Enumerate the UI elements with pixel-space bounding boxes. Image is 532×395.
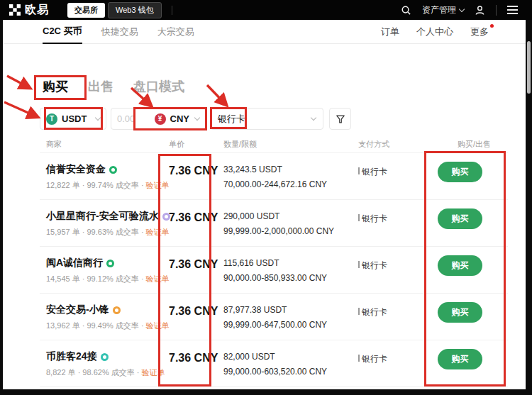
filter-bar: T USDT ¥ CNY 银行卡 [40, 108, 351, 130]
menu-icon[interactable] [507, 6, 518, 14]
buy-button[interactable]: 购买 [438, 162, 482, 182]
merchant-badge-icon [106, 260, 114, 267]
asset-management-label: 资产管理 [422, 4, 456, 16]
offer-limit: 99,000.00-603,520.00 CNY [223, 365, 351, 379]
cny-icon: ¥ [155, 113, 166, 125]
more-link[interactable]: 更多 [470, 26, 489, 38]
merchant-name-text: 安全交易-小锋 [46, 304, 109, 316]
usdt-icon: T [46, 113, 57, 125]
col-header-price: 单价 [158, 139, 223, 152]
merchant-name[interactable]: 小星星商行-安全可验流水 [46, 210, 158, 223]
offer-quantity: 33,243.5 USDT [223, 162, 351, 177]
merchant-name-text: 闽A诚信商行 [46, 257, 103, 269]
offers-table: 商家 单价 数量/限额 支付方式 购买/出售 信誉安全资金 12,822 单 ·… [40, 139, 508, 387]
offer-quantity: 290,000 USDT [223, 209, 351, 224]
merchant-name[interactable]: 信誉安全资金 [46, 163, 158, 176]
offer-price: 7.36 CNY [158, 294, 223, 340]
trade-mode-tabs: 购买 出售 盘口模式 [43, 78, 184, 95]
payment-method-cell: 银行卡 [351, 200, 426, 246]
merchant-badge-icon [101, 353, 109, 361]
buy-button[interactable]: 购买 [438, 255, 482, 276]
table-row: 小星星商行-安全可验流水 15,957 单 · 99.63% 成交率 ·验证单 … [40, 200, 508, 247]
offer-limit: 90,000.00-850,933.00 CNY [223, 271, 351, 286]
table-header-row: 商家 单价 数量/限额 支付方式 购买/出售 [40, 139, 508, 153]
col-header-buy-sell: 购买/出售 [426, 139, 508, 152]
filter-button[interactable] [329, 108, 351, 130]
offer-limit: 70,000.00-244,672.16 CNY [223, 177, 351, 192]
offer-limit: 99,999.00-2,000,000.00 CNY [223, 224, 351, 239]
merchant-name-text: 币胜客24接 [46, 350, 97, 363]
buy-button[interactable]: 购买 [438, 208, 482, 229]
bank-card-icon [358, 167, 360, 174]
tab-exchange[interactable]: 交易所 [67, 3, 105, 18]
product-switcher: 交易所 Web3 钱包 [67, 2, 172, 18]
bank-card-icon [358, 261, 360, 268]
table-row: 闽A诚信商行 14,545 单 · 99.12% 成交率 ·验证单 7.36 C… [40, 247, 508, 294]
fiat-select[interactable]: ¥ CNY [155, 113, 199, 125]
crypto-select-value: USDT [62, 113, 87, 124]
top-navigation-bar: 欧易 交易所 Web3 钱包 资产管理 [0, 0, 532, 20]
asset-management-menu[interactable]: 资产管理 [422, 4, 464, 16]
more-label: 更多 [470, 26, 489, 37]
table-row: 信誉安全资金 12,822 单 · 99.74% 成交率 ·验证单 7.36 C… [40, 153, 508, 200]
col-header-quantity-limit: 数量/限额 [223, 139, 351, 152]
okx-logo[interactable]: 欧易 [9, 3, 49, 18]
payment-method-select[interactable]: 银行卡 [210, 108, 323, 130]
offer-quantity: 82,000 USDT [223, 350, 351, 365]
merchant-badge-icon [109, 166, 117, 174]
offer-price: 7.36 CNY [158, 340, 223, 386]
tab-sell[interactable]: 出售 [88, 78, 113, 95]
payment-method-cell: 银行卡 [351, 340, 426, 386]
payment-method-cell: 银行卡 [351, 247, 426, 293]
crypto-select[interactable]: T USDT [40, 108, 106, 130]
bank-card-icon [358, 308, 360, 315]
merchant-stats: 8,822 单 · 98.62% 成交率 ·验证单 [46, 367, 158, 378]
chevron-down-icon [194, 115, 200, 121]
offer-price: 7.36 CNY [158, 247, 223, 293]
merchant-stats: 12,822 单 · 99.74% 成交率 ·验证单 [46, 180, 158, 191]
search-icon[interactable] [401, 5, 411, 16]
tab-orderbook-mode[interactable]: 盘口模式 [133, 78, 184, 95]
tab-web3-wallet[interactable]: Web3 钱包 [108, 2, 162, 18]
buy-button[interactable]: 购买 [438, 349, 482, 369]
offer-amounts: 87,977.38 USDT99,999.00-647,500.00 CNY [223, 294, 351, 340]
offer-quantity: 87,977.38 USDT [223, 303, 351, 318]
merchant-stats: 13,962 单 · 99.49% 成交率 ·验证单 [46, 321, 158, 331]
okx-logo-icon [9, 4, 21, 16]
secondary-navigation: C2C 买币 快捷交易 大宗交易 订单 个人中心 更多 [3, 20, 526, 44]
subnav-left-group: C2C 买币 快捷交易 大宗交易 [43, 20, 194, 44]
offer-price: 7.36 CNY [158, 153, 223, 199]
merchant-name[interactable]: 币胜客24接 [46, 350, 158, 363]
orders-link[interactable]: 订单 [381, 26, 399, 38]
fiat-select-value: CNY [170, 113, 189, 124]
chevron-down-icon [95, 115, 101, 121]
merchant-badge-icon [113, 306, 121, 314]
offer-amounts: 33,243.5 USDT70,000.00-244,672.16 CNY [223, 153, 351, 199]
merchant-name[interactable]: 闽A诚信商行 [46, 257, 158, 269]
user-icon[interactable] [475, 5, 485, 16]
buy-button[interactable]: 购买 [438, 302, 482, 323]
tab-buy[interactable]: 购买 [43, 78, 68, 95]
merchant-name-text: 小星星商行-安全可验流水 [46, 210, 159, 223]
payment-method-label: 银行卡 [362, 353, 387, 365]
screenshot-root: 欧易 交易所 Web3 钱包 资产管理 [0, 0, 532, 395]
bank-card-icon [358, 214, 360, 221]
brand-name: 欧易 [25, 3, 49, 18]
scrollbar-thumb[interactable] [527, 41, 531, 94]
offer-amounts: 290,000 USDT99,999.00-2,000,000.00 CNY [223, 200, 351, 246]
table-row: 币胜客24接 8,822 单 · 98.62% 成交率 ·验证单 7.36 CN… [40, 340, 508, 387]
offer-quantity: 115,616 USDT [223, 256, 351, 271]
merchant-name[interactable]: 安全交易-小锋 [46, 304, 158, 316]
payment-select-value: 银行卡 [218, 113, 245, 126]
table-row: 安全交易-小锋 13,962 单 · 99.49% 成交率 ·验证单 7.36 … [40, 294, 508, 340]
offer-price: 7.36 CNY [158, 200, 223, 246]
col-header-merchant: 商家 [40, 139, 158, 152]
amount-input[interactable] [117, 113, 145, 124]
subnav-item-express-trade[interactable]: 快捷交易 [101, 20, 138, 44]
profile-center-link[interactable]: 个人中心 [416, 26, 453, 38]
subnav-item-c2c-buy[interactable]: C2C 买币 [43, 20, 82, 44]
merchant-stats: 14,545 单 · 99.12% 成交率 ·验证单 [46, 274, 158, 284]
funnel-icon [336, 114, 345, 124]
subnav-item-block-trade[interactable]: 大宗交易 [157, 20, 194, 44]
offer-amounts: 82,000 USDT99,000.00-603,520.00 CNY [223, 340, 351, 386]
